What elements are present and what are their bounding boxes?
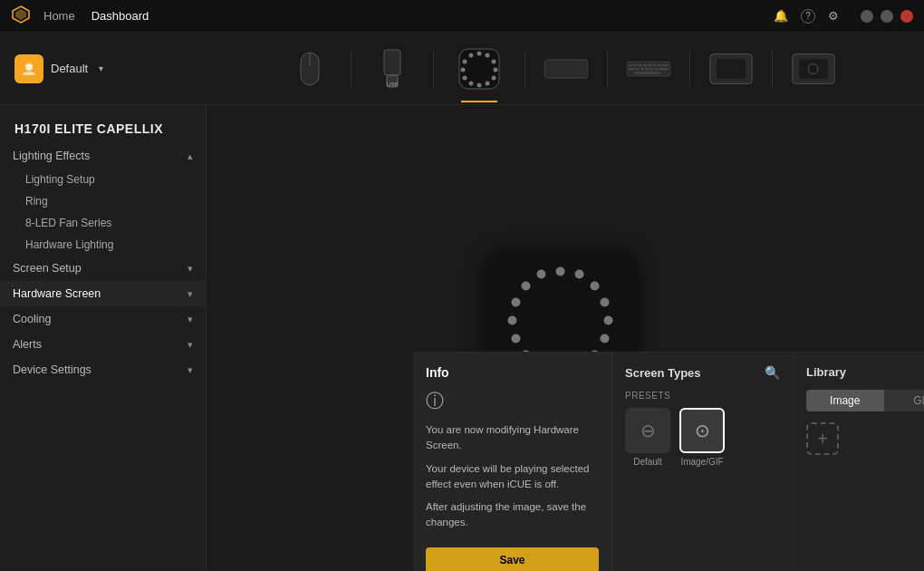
device-tab-mouse[interactable] bbox=[280, 47, 340, 91]
svg-rect-37 bbox=[659, 67, 669, 70]
gear-icon[interactable]: ⚙ bbox=[828, 9, 839, 23]
main-layout: H170I ELITE CAPELLIX Lighting Effects ▴ … bbox=[0, 105, 924, 571]
preset-default-icon: ⊖ bbox=[640, 420, 656, 441]
hardware-screen-label: Hardware Screen bbox=[13, 287, 101, 300]
device-title: H170I ELITE CAPELLIX bbox=[0, 112, 206, 143]
library-add-button[interactable]: + bbox=[806, 422, 839, 455]
svg-rect-40 bbox=[717, 59, 746, 79]
bottom-panels: Info ⓘ You are now modifying Hardware Sc… bbox=[413, 352, 924, 571]
usb-device-icon: USB bbox=[370, 51, 415, 87]
preset-item-default[interactable]: ⊖ Default bbox=[625, 408, 670, 467]
library-tab-image[interactable]: Image bbox=[806, 390, 884, 411]
svg-rect-36 bbox=[655, 67, 659, 70]
preset-image-gif-icon: ⊙ bbox=[695, 420, 710, 441]
sidebar-section-cooling[interactable]: Cooling ▾ bbox=[0, 306, 206, 332]
device-tab-mousepad[interactable] bbox=[536, 47, 596, 91]
device-tab-other2[interactable] bbox=[784, 47, 843, 91]
lighting-effects-label: Lighting Effects bbox=[13, 150, 90, 162]
svg-rect-34 bbox=[645, 67, 649, 70]
svg-rect-26 bbox=[643, 63, 647, 66]
sidebar-item-hardware-lighting[interactable]: Hardware Lighting bbox=[0, 234, 206, 256]
svg-point-56 bbox=[508, 316, 517, 325]
topbar-right: 🔔 ? ⚙ − □ × bbox=[774, 9, 913, 24]
svg-point-45 bbox=[575, 270, 584, 279]
svg-point-46 bbox=[591, 282, 600, 291]
library-tab-gif[interactable]: GIF bbox=[884, 390, 925, 411]
svg-rect-27 bbox=[648, 63, 651, 66]
screen-setup-label: Screen Setup bbox=[13, 262, 82, 275]
svg-point-49 bbox=[601, 334, 610, 344]
svg-rect-38 bbox=[634, 72, 660, 74]
svg-point-58 bbox=[522, 282, 531, 291]
svg-rect-28 bbox=[652, 63, 656, 66]
svg-point-19 bbox=[463, 59, 467, 63]
cooling-label: Cooling bbox=[13, 313, 51, 325]
preset-thumb-default: ⊖ bbox=[625, 408, 670, 453]
search-icon[interactable]: 🔍 bbox=[765, 365, 780, 380]
nav-dashboard[interactable]: Dashboard bbox=[91, 9, 149, 23]
svg-marker-1 bbox=[15, 9, 26, 20]
screen-types-title: Screen Types bbox=[625, 366, 701, 380]
topbar: Home Dashboard 🔔 ? ⚙ − □ × bbox=[0, 0, 924, 33]
mousepad-device-icon bbox=[544, 51, 589, 87]
svg-point-47 bbox=[601, 298, 610, 307]
svg-point-48 bbox=[604, 316, 613, 325]
svg-rect-21 bbox=[544, 60, 588, 78]
svg-rect-42 bbox=[799, 59, 828, 79]
preset-items: ⊖ Default ⊙ Image/GIF bbox=[625, 408, 780, 467]
profile-icon bbox=[14, 54, 43, 83]
profile-selector[interactable]: Default ▾ bbox=[14, 54, 178, 83]
svg-point-18 bbox=[461, 67, 466, 72]
close-window-button[interactable]: × bbox=[900, 10, 913, 23]
preset-default-label: Default bbox=[633, 457, 662, 467]
separator3 bbox=[525, 51, 525, 87]
device-tab-other1[interactable] bbox=[701, 47, 761, 91]
profile-name: Default bbox=[51, 62, 88, 75]
sidebar-item-ring[interactable]: Ring bbox=[0, 190, 206, 212]
info-panel: Info ⓘ You are now modifying Hardware Sc… bbox=[413, 353, 612, 571]
sidebar-item-lighting-setup[interactable]: Lighting Setup bbox=[0, 169, 206, 190]
svg-point-59 bbox=[537, 270, 546, 279]
alerts-label: Alerts bbox=[13, 338, 42, 351]
svg-point-9 bbox=[477, 51, 482, 55]
sidebar-section-lighting-effects[interactable]: Lighting Effects ▴ bbox=[0, 143, 206, 169]
nav-home[interactable]: Home bbox=[43, 9, 75, 23]
sidebar-item-8led-fan[interactable]: 8-LED Fan Series bbox=[0, 212, 206, 234]
maximize-button[interactable]: □ bbox=[881, 10, 893, 23]
svg-point-17 bbox=[463, 75, 467, 80]
sidebar-section-device-settings[interactable]: Device Settings ▾ bbox=[0, 357, 206, 382]
device-settings-chevron: ▾ bbox=[188, 364, 193, 376]
sidebar-section-hardware-screen[interactable]: Hardware Screen ▾ bbox=[0, 281, 206, 306]
library-tabs: Image GIF bbox=[806, 390, 924, 411]
svg-point-11 bbox=[492, 59, 496, 63]
svg-rect-30 bbox=[662, 63, 669, 66]
device-tabs: USB bbox=[214, 40, 910, 97]
svg-point-2 bbox=[25, 63, 33, 71]
svg-rect-29 bbox=[658, 63, 661, 66]
device-tab-aio[interactable] bbox=[445, 40, 514, 97]
device-tab-usb[interactable]: USB bbox=[362, 47, 422, 91]
svg-rect-23 bbox=[629, 63, 632, 66]
svg-rect-33 bbox=[640, 67, 644, 70]
aio-device-icon bbox=[452, 44, 506, 93]
presets-label: PRESETS bbox=[625, 391, 780, 401]
bell-icon[interactable]: 🔔 bbox=[774, 9, 788, 23]
info-circle-icon: ⓘ bbox=[426, 389, 599, 413]
hardware-screen-chevron: ▾ bbox=[188, 288, 193, 300]
svg-rect-31 bbox=[629, 67, 634, 70]
minimize-button[interactable]: − bbox=[861, 10, 873, 23]
preset-thumb-image-gif: ⊙ bbox=[679, 408, 725, 453]
library-header: Library bbox=[806, 365, 924, 379]
other2-device-icon bbox=[791, 51, 836, 87]
cooling-chevron: ▾ bbox=[188, 314, 193, 325]
preset-item-image-gif[interactable]: ⊙ Image/GIF bbox=[679, 408, 725, 467]
separator4 bbox=[607, 51, 608, 87]
save-button[interactable]: Save bbox=[426, 547, 599, 572]
alerts-chevron: ▾ bbox=[188, 339, 193, 351]
info-message-2: Your device will be playing selected eff… bbox=[426, 461, 599, 493]
svg-point-44 bbox=[556, 267, 565, 276]
device-tab-keyboard[interactable] bbox=[619, 47, 679, 91]
sidebar-section-screen-setup[interactable]: Screen Setup ▾ bbox=[0, 256, 206, 281]
help-icon[interactable]: ? bbox=[801, 9, 815, 24]
sidebar-section-alerts[interactable]: Alerts ▾ bbox=[0, 332, 206, 357]
